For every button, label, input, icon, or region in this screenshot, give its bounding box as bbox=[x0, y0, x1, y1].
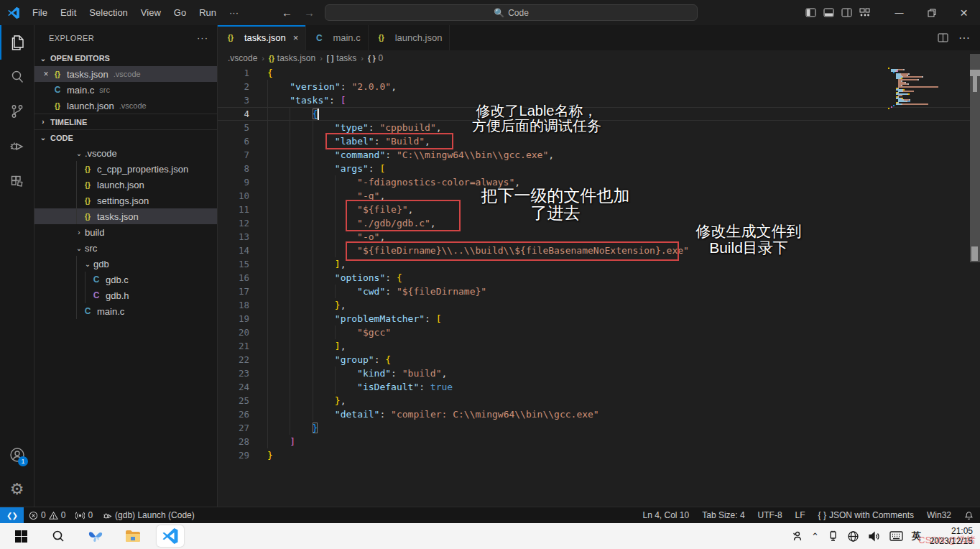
breadcrumb-item[interactable]: 0 bbox=[379, 53, 384, 63]
run-debug-icon[interactable] bbox=[0, 129, 34, 163]
line-number: 13 bbox=[218, 231, 249, 242]
settings-gear-icon[interactable]: ⚙ bbox=[0, 472, 34, 507]
open-editors-header[interactable]: ⌄ OPEN EDITORS bbox=[34, 50, 217, 66]
toggle-secondary-sidebar-icon[interactable] bbox=[841, 8, 852, 17]
token: "options" bbox=[335, 272, 385, 283]
remote-indicator[interactable]: ❮❯ bbox=[0, 507, 24, 524]
tab-launch-json[interactable]: {}launch.json bbox=[369, 25, 450, 50]
customize-layout-icon[interactable] bbox=[859, 8, 870, 17]
start-button[interactable] bbox=[7, 525, 34, 547]
hidden-icons-chevron[interactable]: ⌃ bbox=[811, 531, 819, 542]
menu-run[interactable]: Run bbox=[193, 7, 223, 18]
open-editor-name: launch.json bbox=[67, 101, 114, 111]
tree-item-src[interactable]: ⌄src bbox=[34, 240, 217, 256]
status-ln-4-col-10[interactable]: Ln 4, Col 10 bbox=[636, 510, 695, 520]
tree-item--vscode[interactable]: ⌄.vscode bbox=[34, 145, 217, 161]
notifications-bell[interactable] bbox=[958, 511, 980, 520]
line-number: 14 bbox=[218, 245, 249, 256]
command-center-search[interactable]: 🔍 Code bbox=[325, 4, 698, 21]
file-explorer-icon[interactable] bbox=[119, 525, 147, 547]
close-file-icon[interactable]: × bbox=[40, 69, 52, 79]
launch-status[interactable]: (gdb) Launch (Code) bbox=[98, 507, 200, 523]
taskbar-search-icon[interactable] bbox=[45, 525, 72, 547]
butterfly-app-icon[interactable] bbox=[82, 525, 109, 547]
usb-icon[interactable] bbox=[828, 530, 838, 543]
menu-moremoremore[interactable]: ··· bbox=[223, 7, 245, 18]
breadcrumb-item[interactable]: .vscode bbox=[228, 53, 257, 63]
tree-item-launch-json[interactable]: {}launch.json bbox=[34, 177, 217, 193]
menu-go[interactable]: Go bbox=[167, 7, 193, 18]
close-window-button[interactable]: ✕ bbox=[948, 0, 980, 25]
code-editor[interactable]: 1{2"version": "2.0.0",3"tasks": [4{5"typ… bbox=[218, 66, 980, 507]
menu-file[interactable]: File bbox=[26, 7, 54, 18]
extensions-icon[interactable] bbox=[0, 163, 34, 198]
tab-main-c[interactable]: Cmain.c bbox=[306, 25, 368, 50]
token: "${fileDirname}" bbox=[397, 286, 486, 297]
tree-item-gdb-c[interactable]: Cgdb.c bbox=[34, 272, 217, 287]
account-icon[interactable]: 1 bbox=[0, 438, 34, 472]
tree-item-tasks-json[interactable]: {}tasks.json bbox=[34, 208, 217, 224]
toggle-panel-icon[interactable] bbox=[823, 8, 834, 17]
indent-space bbox=[267, 366, 357, 380]
source-control-icon[interactable] bbox=[0, 94, 34, 129]
line-number: 15 bbox=[218, 259, 249, 269]
line-text: "tasks": [ bbox=[249, 93, 346, 107]
explorer-more-actions[interactable]: ··· bbox=[197, 32, 208, 43]
status-utf-8[interactable]: UTF-8 bbox=[752, 510, 789, 520]
problems-status[interactable]: 0 0 bbox=[24, 507, 70, 523]
menu-edit[interactable]: Edit bbox=[54, 7, 83, 18]
vscode-taskbar-icon[interactable] bbox=[157, 525, 184, 547]
editor-more-actions[interactable]: ··· bbox=[958, 32, 970, 45]
open-editor-item[interactable]: Cmain.csrc bbox=[34, 82, 217, 98]
line-text: "${file}", bbox=[249, 203, 413, 216]
speaker-icon[interactable] bbox=[868, 531, 881, 542]
system-clock[interactable]: 21:05 2023/12/15 bbox=[930, 526, 973, 546]
explorer-activity-icon[interactable] bbox=[0, 25, 34, 60]
toggle-sidebar-icon[interactable] bbox=[805, 8, 816, 17]
line-text: ], bbox=[249, 257, 346, 271]
close-tab-icon[interactable]: × bbox=[293, 32, 299, 43]
tree-item-c_cpp_properties-json[interactable]: {}c_cpp_properties.json bbox=[34, 161, 217, 177]
bell-icon bbox=[964, 511, 974, 520]
tree-item-main-c[interactable]: Cmain.c bbox=[34, 303, 217, 319]
menu-view[interactable]: View bbox=[134, 7, 167, 18]
status-win32[interactable]: Win32 bbox=[920, 510, 958, 520]
token: "./gdb/gdb.c" bbox=[357, 218, 430, 229]
minimize-button[interactable]: — bbox=[883, 0, 915, 25]
restore-button[interactable] bbox=[915, 0, 948, 25]
search-activity-icon[interactable] bbox=[0, 60, 34, 94]
split-editor-icon[interactable] bbox=[938, 33, 948, 42]
token: { bbox=[397, 272, 402, 283]
token: , bbox=[341, 341, 346, 351]
nav-forward-icon[interactable]: → bbox=[304, 6, 315, 19]
network-globe-icon[interactable] bbox=[847, 530, 859, 543]
status-json-with-comments[interactable]: { }JSON with Comments bbox=[812, 510, 920, 520]
tree-item-settings-json[interactable]: {}settings.json bbox=[34, 193, 217, 208]
tree-item-gdb-h[interactable]: Cgdb.h bbox=[34, 287, 217, 303]
open-editor-item[interactable]: {}launch.json.vscode bbox=[34, 98, 217, 114]
chevron-down-icon: ⌄ bbox=[37, 134, 49, 142]
ports-status[interactable]: 0 bbox=[70, 507, 98, 523]
timeline-header[interactable]: › TIMELINE bbox=[34, 114, 217, 129]
line-number: 22 bbox=[218, 354, 249, 365]
tree-item-build[interactable]: ›build bbox=[34, 224, 217, 240]
breadcrumb-item[interactable]: tasks bbox=[336, 53, 356, 63]
nav-back-icon[interactable]: ← bbox=[282, 6, 292, 19]
tree-item-gdb[interactable]: ⌄gdb bbox=[34, 256, 217, 272]
status-tab-size-4[interactable]: Tab Size: 4 bbox=[695, 510, 751, 520]
token: : bbox=[374, 354, 386, 365]
open-editor-item[interactable]: ×{}tasks.json.vscode bbox=[34, 66, 217, 82]
code-section-header[interactable]: ⌄ CODE bbox=[34, 129, 217, 145]
people-icon[interactable] bbox=[790, 530, 803, 543]
annotation-line: 修改了Lable名称， bbox=[472, 103, 601, 119]
indent-space bbox=[267, 175, 357, 189]
sidebar-title: EXPLORER bbox=[49, 34, 94, 42]
touch-keyboard-icon[interactable] bbox=[889, 531, 903, 541]
menu-selection[interactable]: Selection bbox=[83, 7, 134, 18]
breadcrumb-item[interactable]: tasks.json bbox=[277, 53, 315, 63]
minimap[interactable] bbox=[888, 68, 947, 109]
tab-tasks-json[interactable]: {}tasks.json× bbox=[218, 25, 306, 50]
status-lf[interactable]: LF bbox=[789, 510, 812, 520]
scrollbar[interactable] bbox=[970, 54, 980, 262]
open-editor-name: tasks.json bbox=[67, 69, 108, 80]
